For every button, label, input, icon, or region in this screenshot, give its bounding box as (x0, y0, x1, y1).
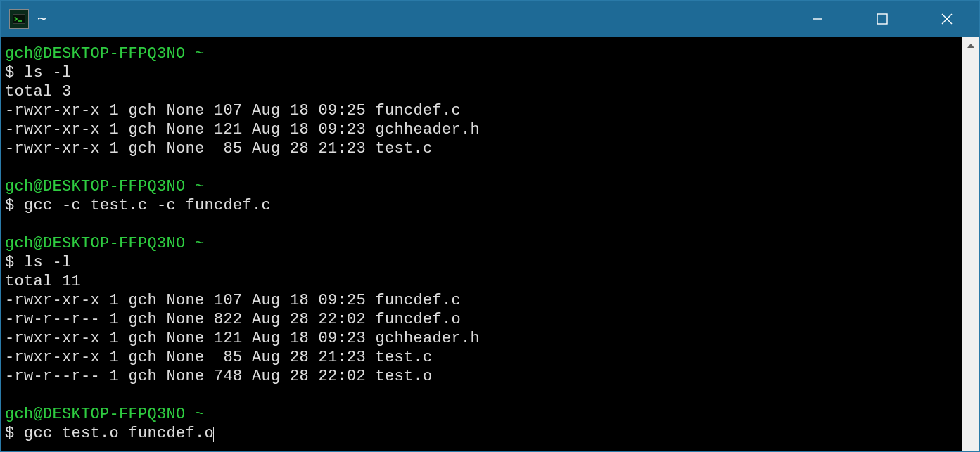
close-button[interactable] (915, 1, 979, 37)
terminal-window: ~ gch@DESKTOP-FFPQ3NO ~ $ ls -l total 3 … (0, 0, 980, 452)
maximize-button[interactable] (850, 1, 915, 37)
output-line: -rwxr-xr-x 1 gch None 121 Aug 18 09:23 g… (5, 330, 480, 347)
command-text: ls -l (24, 254, 72, 271)
window-titlebar[interactable]: ~ (1, 1, 979, 37)
app-icon (9, 9, 29, 29)
window-body: gch@DESKTOP-FFPQ3NO ~ $ ls -l total 3 -r… (1, 37, 979, 451)
window-title: ~ (37, 10, 46, 28)
output-line: total 3 (5, 83, 72, 101)
window-controls (785, 1, 979, 37)
output-line: -rw-r--r-- 1 gch None 822 Aug 28 22:02 f… (5, 311, 461, 328)
prompt-lead: gch@DESKTOP-FFPQ3NO ~ (5, 406, 205, 423)
output-line: -rwxr-xr-x 1 gch None 85 Aug 28 21:23 te… (5, 349, 433, 366)
svg-rect-3 (877, 14, 887, 24)
output-line: -rw-r--r-- 1 gch None 748 Aug 28 22:02 t… (5, 368, 433, 385)
scrollbar-up-button[interactable] (962, 37, 979, 54)
output-line: -rwxr-xr-x 1 gch None 107 Aug 18 09:25 f… (5, 292, 461, 309)
minimize-button[interactable] (785, 1, 850, 37)
cursor (213, 427, 214, 442)
prompt-symbol: $ (5, 425, 24, 442)
prompt-lead: gch@DESKTOP-FFPQ3NO ~ (5, 45, 205, 63)
output-line: -rwxr-xr-x 1 gch None 121 Aug 18 09:23 g… (5, 121, 480, 138)
vertical-scrollbar[interactable] (962, 37, 979, 451)
prompt-symbol: $ (5, 254, 24, 271)
prompt-symbol: $ (5, 64, 24, 82)
terminal-pane[interactable]: gch@DESKTOP-FFPQ3NO ~ $ ls -l total 3 -r… (1, 37, 962, 451)
svg-rect-0 (13, 14, 25, 24)
output-line: -rwxr-xr-x 1 gch None 85 Aug 28 21:23 te… (5, 140, 433, 157)
output-line: -rwxr-xr-x 1 gch None 107 Aug 18 09:25 f… (5, 102, 461, 120)
command-text: gcc test.o funcdef.o (24, 425, 214, 442)
prompt-lead: gch@DESKTOP-FFPQ3NO ~ (5, 178, 205, 195)
prompt-lead: gch@DESKTOP-FFPQ3NO ~ (5, 235, 205, 252)
output-line: total 11 (5, 273, 81, 290)
command-text: ls -l (24, 64, 72, 82)
command-text: gcc -c test.c -c funcdef.c (24, 197, 271, 214)
prompt-symbol: $ (5, 197, 24, 214)
